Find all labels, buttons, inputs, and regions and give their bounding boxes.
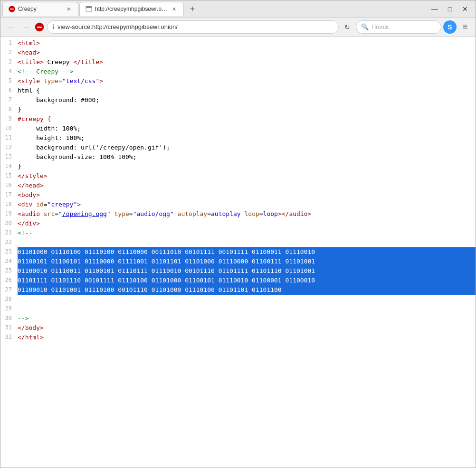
title-bar: Creepy ✕ http://creepymhpgibsewr.oni... … — [0, 0, 476, 18]
line-25: 2501100010 01110011 01100101 01110111 01… — [0, 266, 476, 276]
line-6: 6html { — [0, 86, 476, 95]
line-text: <html> — [18, 38, 476, 48]
line-number: 3 — [0, 57, 18, 67]
line-text: 01101111 01101110 00101111 01110100 0110… — [18, 276, 476, 285]
line-text: background-size: 100% 100%; — [18, 152, 476, 162]
line-number: 18 — [0, 200, 18, 209]
line-text: background: url('/creepy/open.gif'); — [18, 143, 476, 152]
search-icon: 🔍 — [361, 23, 369, 30]
line-number: 1 — [0, 38, 18, 48]
line-text: <audio src="/opening.ogg" type="audio/og… — [18, 209, 476, 219]
line-text: 01100101 01100101 01110000 01111001 0110… — [18, 257, 476, 266]
line-10: 10 width: 100%; — [0, 124, 476, 133]
menu-button[interactable]: ≡ — [458, 20, 472, 34]
line-text: </style> — [18, 171, 476, 181]
line-13: 13 background-size: 100% 100%; — [0, 152, 476, 162]
close-button[interactable]: ✕ — [458, 2, 472, 16]
sync-icon[interactable]: S — [443, 20, 457, 34]
line-text: 01100010 01110011 01100101 01110111 0111… — [18, 266, 476, 276]
refresh-button[interactable]: ↻ — [341, 20, 354, 34]
line-23: 2301101000 01110100 01110100 01110000 00… — [0, 247, 476, 257]
maximize-button[interactable]: □ — [443, 2, 457, 16]
tab-title-1: Creepy — [18, 6, 63, 12]
line-20: 20</div> — [0, 219, 476, 228]
line-31: 31</body> — [0, 323, 476, 333]
line-number: 25 — [0, 266, 18, 276]
line-text: <title> Creepy </title> — [18, 57, 476, 67]
line-15: 15</style> — [0, 171, 476, 181]
search-box[interactable]: 🔍 Поиск — [356, 20, 441, 34]
line-3: 3<title> Creepy </title> — [0, 57, 476, 67]
line-text: width: 100%; — [18, 124, 476, 133]
search-placeholder: Поиск — [371, 23, 389, 30]
line-number: 7 — [0, 95, 18, 105]
tab-creepy[interactable]: Creepy ✕ — [2, 2, 78, 16]
line-32: 32</html> — [0, 333, 476, 342]
line-number: 26 — [0, 276, 18, 285]
line-12: 12 background: url('/creepy/open.gif'); — [0, 143, 476, 152]
line-11: 11 height: 100%; — [0, 133, 476, 143]
line-text: #creepy { — [18, 114, 476, 124]
line-number: 21 — [0, 228, 18, 238]
line-text: html { — [18, 86, 476, 95]
line-text: } — [18, 105, 476, 114]
line-text: <style type="text/css"> — [18, 76, 476, 86]
line-9: 9#creepy { — [0, 114, 476, 124]
line-16: 16</head> — [0, 181, 476, 190]
line-text: background: #000; — [18, 95, 476, 105]
line-number: 19 — [0, 209, 18, 219]
line-number: 4 — [0, 67, 18, 76]
line-26: 2601101111 01101110 00101111 01110100 01… — [0, 276, 476, 285]
line-18: 18<div id="creepy"> — [0, 200, 476, 209]
source-view: 1<html>2<head>3<title> Creepy </title>4<… — [0, 37, 476, 468]
svg-rect-5 — [37, 27, 42, 28]
line-text: <head> — [18, 48, 476, 57]
line-24: 2401100101 01100101 01110000 01111001 01… — [0, 257, 476, 266]
line-28: 28 — [0, 295, 476, 304]
line-number: 9 — [0, 114, 18, 124]
browser-window: Creepy ✕ http://creepymhpgibsewr.oni... … — [0, 0, 476, 468]
minimize-button[interactable]: — — [428, 2, 441, 16]
line-5: 5<style type="text/css"> — [0, 76, 476, 86]
line-number: 31 — [0, 323, 18, 333]
line-number: 8 — [0, 105, 18, 114]
line-22: 22 — [0, 238, 476, 247]
line-number: 27 — [0, 285, 18, 295]
line-29: 29 — [0, 304, 476, 314]
line-text: <body> — [18, 190, 476, 200]
tab-title-2: http://creepymhpgibsewr.oni... — [95, 6, 168, 12]
line-text: </head> — [18, 181, 476, 190]
forward-button[interactable]: → — [19, 20, 33, 34]
title-bar-controls: — □ ✕ — [428, 2, 476, 16]
line-1: 1<html> — [0, 38, 476, 48]
tab-bar: Creepy ✕ http://creepymhpgibsewr.oni... … — [0, 2, 199, 16]
address-text: view-source:http://creepymhpgibsewr.onio… — [57, 23, 333, 30]
line-text: </body> — [18, 323, 476, 333]
svg-rect-1 — [10, 9, 14, 9]
tab-close-2[interactable]: ✕ — [170, 5, 178, 13]
line-text: } — [18, 162, 476, 171]
line-21: 21<!-- — [0, 228, 476, 238]
line-text — [18, 304, 476, 314]
line-7: 7 background: #000; — [0, 95, 476, 105]
line-number: 10 — [0, 124, 18, 133]
line-text: 01100010 01101001 01110100 00101110 0110… — [18, 285, 476, 295]
line-text — [18, 238, 476, 247]
line-number: 17 — [0, 190, 18, 200]
info-icon: ℹ — [52, 23, 55, 30]
tab-favicon-1 — [9, 6, 15, 12]
line-number: 20 — [0, 219, 18, 228]
line-number: 13 — [0, 152, 18, 162]
back-button[interactable]: ← — [4, 20, 18, 34]
tab-url[interactable]: http://creepymhpgibsewr.oni... ✕ — [79, 2, 184, 16]
line-number: 6 — [0, 86, 18, 95]
address-input[interactable]: ℹ view-source:http://creepymhpgibsewr.on… — [47, 20, 339, 34]
line-number: 2 — [0, 48, 18, 57]
new-tab-button[interactable]: + — [186, 3, 199, 16]
tab-close-1[interactable]: ✕ — [65, 5, 72, 13]
line-number: 5 — [0, 76, 18, 86]
line-number: 24 — [0, 257, 18, 266]
line-number: 11 — [0, 133, 18, 143]
line-number: 30 — [0, 314, 18, 323]
line-27: 2701100010 01101001 01110100 00101110 01… — [0, 285, 476, 295]
